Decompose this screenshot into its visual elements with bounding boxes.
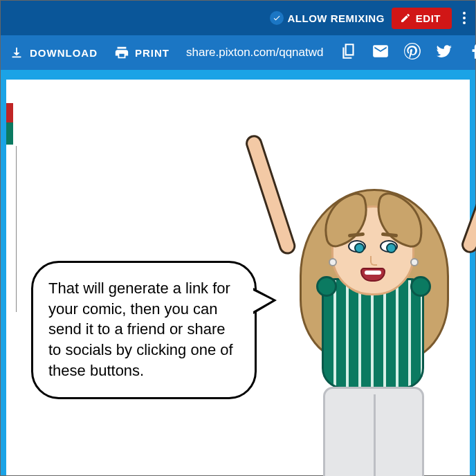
nose bbox=[370, 256, 377, 266]
speech-bubble: That will generate a link for your comic… bbox=[31, 261, 257, 399]
edit-button[interactable]: EDIT bbox=[392, 8, 452, 29]
earring-left bbox=[329, 258, 337, 266]
more-menu-button[interactable] bbox=[459, 12, 470, 24]
print-icon bbox=[114, 45, 129, 60]
download-button[interactable]: DOWNLOAD bbox=[9, 45, 98, 60]
character-avatar bbox=[283, 129, 476, 475]
app-frame: ALLOW REMIXING EDIT DOWNLOAD PRINT share… bbox=[0, 0, 476, 476]
panel-marker-green bbox=[6, 122, 13, 145]
share-icon-row bbox=[340, 42, 476, 63]
print-label: PRINT bbox=[135, 47, 170, 59]
shoulder-right bbox=[410, 276, 431, 297]
top-bar: ALLOW REMIXING EDIT bbox=[1, 1, 475, 35]
earring-right bbox=[410, 258, 419, 266]
eye-left bbox=[348, 240, 366, 253]
panel-marker-red bbox=[6, 103, 13, 122]
facebook-icon bbox=[467, 42, 476, 60]
download-icon bbox=[9, 45, 24, 60]
canvas-band bbox=[1, 70, 475, 80]
pencil-icon bbox=[400, 12, 411, 24]
edit-button-label: EDIT bbox=[416, 12, 441, 24]
allow-remixing-label: ALLOW REMIXING bbox=[288, 12, 385, 24]
pinterest-button[interactable] bbox=[403, 42, 421, 63]
pinterest-icon bbox=[403, 42, 421, 60]
share-link-text: share.pixton.com/qqnatwd bbox=[186, 46, 323, 60]
comic-stage: That will generate a link for your comic… bbox=[6, 80, 470, 475]
shoulder-left bbox=[316, 276, 337, 297]
check-icon bbox=[270, 11, 284, 25]
facebook-button[interactable] bbox=[467, 42, 476, 63]
email-button[interactable] bbox=[372, 42, 390, 63]
arm-left bbox=[244, 133, 298, 257]
panel-divider bbox=[16, 146, 17, 312]
allow-remixing-toggle[interactable]: ALLOW REMIXING bbox=[270, 11, 385, 25]
eye-right bbox=[380, 240, 398, 253]
canvas-area: That will generate a link for your comic… bbox=[1, 80, 475, 475]
arm-right bbox=[459, 133, 476, 255]
twitter-icon bbox=[435, 42, 453, 60]
email-icon bbox=[372, 42, 390, 60]
copy-icon bbox=[340, 42, 358, 60]
print-button[interactable]: PRINT bbox=[114, 45, 170, 60]
copy-button[interactable] bbox=[340, 42, 358, 63]
sub-bar: DOWNLOAD PRINT share.pixton.com/qqnatwd bbox=[1, 35, 475, 70]
twitter-button[interactable] bbox=[435, 42, 453, 63]
download-label: DOWNLOAD bbox=[30, 47, 98, 59]
speech-bubble-text: That will generate a link for your comic… bbox=[48, 280, 233, 379]
pants bbox=[323, 387, 424, 476]
